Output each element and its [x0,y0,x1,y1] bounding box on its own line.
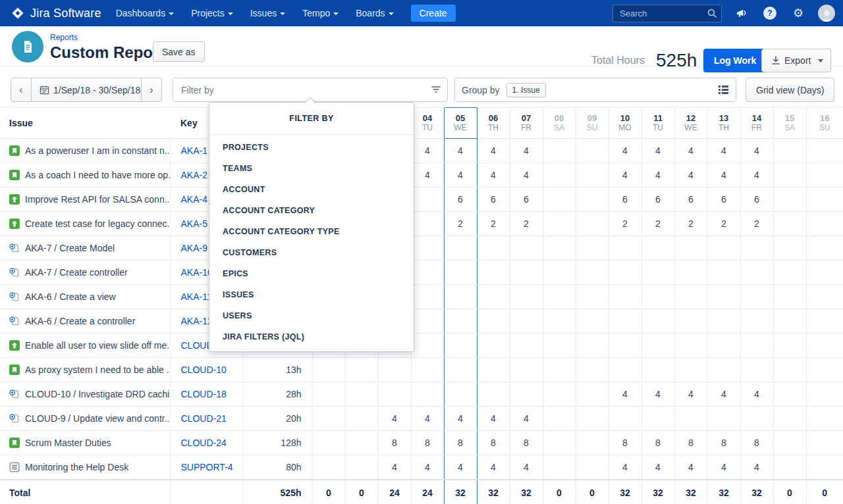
worklog-cell[interactable]: 8 [378,431,411,455]
worklog-cell[interactable] [641,334,674,358]
nav-menu-tempo[interactable]: Tempo [302,8,339,18]
issue-key-link[interactable]: AKA-4 [181,194,207,205]
worklog-cell[interactable] [510,358,543,382]
worklog-cell[interactable] [510,236,543,261]
worklog-cell[interactable] [806,455,843,480]
worklog-cell[interactable] [773,261,806,285]
worklog-cell[interactable]: 4 [674,382,707,407]
worklog-cell[interactable] [543,188,576,212]
worklog-cell[interactable]: 4 [609,139,641,163]
worklog-cell[interactable]: 4 [707,139,740,163]
worklog-cell[interactable]: 4 [510,407,543,431]
worklog-cell[interactable] [411,358,444,382]
worklog-cell[interactable] [543,334,576,358]
worklog-cell[interactable]: 4 [378,455,411,480]
worklog-cell[interactable] [576,212,609,236]
worklog-cell[interactable] [444,334,477,358]
filter-menu-item-account-category[interactable]: ACCOUNT CATEGORY [209,200,414,221]
worklog-cell[interactable] [609,309,641,334]
issue-key-link[interactable]: AKA-2 [181,170,207,180]
issue-key-link[interactable]: AKA-12 [181,316,213,326]
next-period-button[interactable]: › [141,78,162,102]
breadcrumb-reports[interactable]: Reports [50,33,78,42]
worklog-cell[interactable] [543,212,576,236]
worklog-cell[interactable] [773,212,806,236]
worklog-cell[interactable] [510,334,543,358]
worklog-cell[interactable] [806,212,843,236]
worklog-cell[interactable] [576,285,609,309]
jira-brand[interactable]: Jira Software [11,6,101,20]
worklog-cell[interactable]: 6 [477,188,510,212]
worklog-cell[interactable] [576,139,609,163]
worklog-cell[interactable] [806,188,843,212]
worklog-cell[interactable] [740,261,773,285]
worklog-cell[interactable]: 4 [740,163,773,188]
worklog-cell[interactable]: 4 [674,163,707,188]
worklog-cell[interactable]: 4 [444,163,477,188]
worklog-cell[interactable]: 4 [641,139,674,163]
filter-menu-item-account[interactable]: ACCOUNT [209,179,414,200]
worklog-cell[interactable] [806,309,843,334]
worklog-cell[interactable] [740,407,773,431]
worklog-cell[interactable] [609,261,641,285]
worklog-cell[interactable] [312,382,345,407]
issue-key-link[interactable]: CLOUD-10 [181,365,227,375]
worklog-cell[interactable]: 4 [510,139,543,163]
issue-key-link[interactable]: AKA-5 [181,218,207,229]
worklog-cell[interactable] [806,334,843,358]
worklog-cell[interactable]: 4 [609,382,641,407]
worklog-cell[interactable] [674,407,707,431]
worklog-cell[interactable]: 4 [740,455,773,480]
worklog-cell[interactable] [543,407,576,431]
filter-menu-item-jira-filters-jql[interactable]: JIRA FILTERS (JQL) [209,326,414,347]
worklog-cell[interactable] [411,212,444,236]
worklog-cell[interactable] [707,407,740,431]
worklog-cell[interactable] [576,407,609,431]
worklog-cell[interactable] [707,261,740,285]
worklog-cell[interactable] [576,455,609,480]
worklog-cell[interactable]: 8 [707,431,740,455]
worklog-cell[interactable] [312,358,345,382]
worklog-cell[interactable]: 4 [707,382,740,407]
filter-menu-item-teams[interactable]: TEAMS [209,158,414,179]
worklog-cell[interactable]: 4 [641,382,674,407]
worklog-cell[interactable] [444,236,477,261]
worklog-cell[interactable] [674,261,707,285]
worklog-cell[interactable] [510,261,543,285]
worklog-cell[interactable] [806,407,843,431]
worklog-cell[interactable] [543,139,576,163]
worklog-cell[interactable] [740,309,773,334]
date-range-button[interactable]: 1/Sep/18 - 30/Sep/18 [31,78,149,102]
worklog-cell[interactable] [477,261,510,285]
worklog-cell[interactable] [707,285,740,309]
worklog-cell[interactable]: 2 [740,212,773,236]
worklog-cell[interactable]: 4 [609,163,641,188]
worklog-cell[interactable] [510,285,543,309]
worklog-cell[interactable]: 4 [477,139,510,163]
worklog-cell[interactable]: 4 [444,139,477,163]
worklog-cell[interactable]: 6 [674,188,707,212]
worklog-cell[interactable] [510,309,543,334]
worklog-cell[interactable]: 2 [707,212,740,236]
announcements-button[interactable] [733,5,750,22]
worklog-cell[interactable] [543,236,576,261]
worklog-cell[interactable] [806,358,843,382]
worklog-cell[interactable] [773,163,806,188]
worklog-cell[interactable] [740,236,773,261]
worklog-cell[interactable]: 4 [444,407,477,431]
worklog-cell[interactable] [543,382,576,407]
worklog-cell[interactable] [674,334,707,358]
worklog-cell[interactable] [773,139,806,163]
worklog-cell[interactable] [773,334,806,358]
worklog-cell[interactable] [576,382,609,407]
worklog-cell[interactable] [609,407,641,431]
nav-menu-projects[interactable]: Projects [191,8,233,18]
settings-button[interactable]: ⚙ [790,5,807,22]
worklog-cell[interactable] [773,188,806,212]
worklog-cell[interactable] [576,261,609,285]
filter-menu-item-users[interactable]: USERS [209,305,414,326]
worklog-cell[interactable] [411,236,444,261]
worklog-cell[interactable] [477,334,510,358]
worklog-cell[interactable]: 4 [641,163,674,188]
worklog-cell[interactable] [609,285,641,309]
